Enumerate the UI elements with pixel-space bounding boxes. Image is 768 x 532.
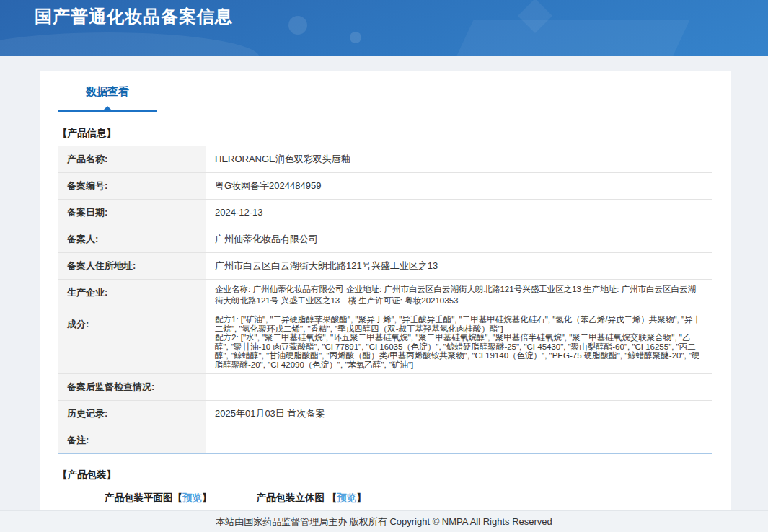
table-row: 历史记录: 2025年01月03日 首次备案 — [58, 401, 712, 427]
table-row: 产品名称: HERORANGE润色双彩双头唇釉 — [58, 146, 712, 173]
row-label-registration-date: 备案日期: — [58, 200, 206, 226]
bracket-close: 】 — [356, 492, 366, 503]
row-label-registrant-address: 备案人住所地址: — [58, 253, 206, 279]
row-label-product-name: 产品名称: — [58, 146, 206, 172]
packaging-row: 产品包装平面图【预览】 产品包装立体图 【预览】 — [105, 492, 731, 505]
banner-decoration-slab — [450, 20, 690, 56]
row-value-ingredients: 配方1: ["矿油", "二异硬脂醇苹果酸酯", "聚异丁烯", "异壬酸异壬酯… — [206, 311, 712, 373]
table-row: 备案人: 广州仙蒂化妆品有限公司 — [58, 226, 712, 253]
banner-decoration-circle-small — [350, 32, 361, 43]
tab-strip: 数据查看 — [40, 71, 731, 112]
row-value-registrant: 广州仙蒂化妆品有限公司 — [206, 226, 712, 252]
row-value-manufacturer: 企业名称: 广州仙蒂化妆品有限公司 企业地址: 广州市白云区白云湖街大朗北路12… — [206, 280, 712, 311]
bracket-close: 】 — [202, 492, 212, 503]
table-row: 成分: 配方1: ["矿油", "二异硬脂醇苹果酸酯", "聚异丁烯", "异壬… — [58, 311, 712, 374]
table-row: 备案后监督检查情况: — [58, 374, 712, 401]
product-info-section-title: 【产品信息】 — [58, 127, 731, 140]
packaging-stereo-image-item: 产品包装立体图 【预览】 — [257, 492, 366, 505]
row-label-remarks: 备注: — [58, 427, 206, 453]
row-label-ingredients: 成分: — [58, 311, 206, 373]
packaging-flat-image-item: 产品包装平面图【预览】 — [105, 492, 212, 505]
banner-decoration-ellipse — [0, 32, 260, 56]
row-value-registration-date: 2024-12-13 — [206, 200, 712, 226]
packaging-flat-image-label: 产品包装平面图 — [105, 492, 173, 503]
row-value-product-name: HERORANGE润色双彩双头唇釉 — [206, 146, 712, 172]
row-label-history: 历史记录: — [58, 401, 206, 427]
page-header-banner: 国产普通化妆品备案信息 — [0, 0, 768, 56]
row-value-remarks — [206, 427, 712, 453]
row-value-post-supervision — [206, 374, 712, 400]
row-label-manufacturer: 生产企业: — [58, 280, 206, 311]
table-row: 备注: — [58, 427, 712, 453]
page-footer: 本站由国家药品监督管理局主办 版权所有 Copyright © NMPA All… — [0, 510, 768, 532]
row-value-registrant-address: 广州市白云区白云湖街大朗北路121号兴盛工业区之13 — [206, 253, 712, 279]
packaging-stereo-preview-link[interactable]: 预览 — [337, 492, 356, 503]
packaging-section-title: 【产品包装】 — [58, 469, 731, 482]
product-info-table: 产品名称: HERORANGE润色双彩双头唇釉 备案编号: 粤G妆网备字2024… — [58, 146, 712, 454]
row-value-history: 2025年01月03日 首次备案 — [206, 401, 712, 427]
packaging-flat-preview-link[interactable]: 预览 — [182, 492, 202, 503]
table-row: 备案编号: 粤G妆网备字2024484959 — [58, 173, 712, 200]
bracket-open: 【 — [327, 492, 337, 503]
content-card: 数据查看 【产品信息】 产品名称: HERORANGE润色双彩双头唇釉 备案编号… — [40, 71, 731, 510]
banner-decoration-circle-large — [288, 16, 307, 35]
page-title: 国产普通化妆品备案信息 — [35, 5, 233, 28]
packaging-stereo-image-label: 产品包装立体图 — [257, 492, 327, 503]
tab-data-view[interactable]: 数据查看 — [58, 85, 157, 99]
bracket-open: 【 — [173, 492, 183, 503]
row-value-registration-number: 粤G妆网备字2024484959 — [206, 173, 712, 199]
tab-active-underline — [58, 110, 157, 112]
table-row: 备案日期: 2024-12-13 — [58, 200, 712, 226]
row-label-registration-number: 备案编号: — [58, 173, 206, 199]
table-row: 备案人住所地址: 广州市白云区白云湖街大朗北路121号兴盛工业区之13 — [58, 253, 712, 280]
row-label-registrant: 备案人: — [58, 226, 206, 252]
row-label-post-supervision: 备案后监督检查情况: — [58, 374, 206, 400]
table-row: 生产企业: 企业名称: 广州仙蒂化妆品有限公司 企业地址: 广州市白云区白云湖街… — [58, 280, 712, 311]
